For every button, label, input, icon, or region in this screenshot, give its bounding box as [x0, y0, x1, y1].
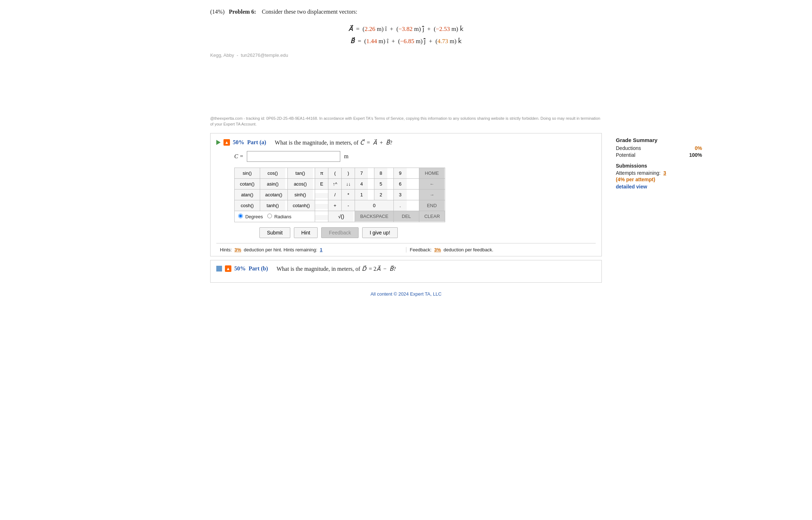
calc-home[interactable]: HOME [419, 168, 444, 178]
calc-backspace-arrow[interactable]: ← [419, 179, 444, 189]
calc-cosh[interactable]: cosh() [235, 200, 260, 211]
part-a-question: What is the magnitude, in meters, of C⃗ … [275, 139, 392, 146]
calc-close-paren[interactable]: ) [342, 168, 355, 178]
vector-B-z: 4.73 [438, 38, 448, 45]
calc-2[interactable]: 2 [374, 190, 387, 200]
radians-radio[interactable] [267, 214, 272, 218]
triangle-green-icon [216, 140, 221, 145]
calc-empty2 [315, 204, 328, 209]
calc-1[interactable]: 1 [355, 190, 368, 200]
footer-text: All content © 2024 Expert TA, LLC [370, 291, 442, 297]
grade-summary-title: Grade Summary [616, 137, 702, 143]
degrees-radians-selector: Degrees Radians [238, 214, 311, 219]
calc-right-arrow[interactable]: → [419, 190, 444, 200]
calc-acotan[interactable]: acotan() [260, 190, 287, 200]
feedback-label: Feedback: [410, 247, 432, 252]
part-a-label: Part (a) [247, 139, 266, 146]
problem-weight: (14%) [210, 9, 225, 15]
calculator-area: sin() cos() tan() π ( ) 7 8 9 HOME cotan… [234, 168, 596, 222]
calc-sqrt[interactable]: √() [328, 211, 354, 222]
unit-label: m [344, 153, 348, 160]
vector-A-y: −3.82 [398, 26, 412, 32]
calc-tan[interactable]: tan() [288, 168, 313, 178]
vector-B-x: 1.44 [366, 38, 377, 45]
user-email: tun26276@temple.edu [241, 53, 288, 58]
submit-button[interactable]: Submit [259, 227, 290, 238]
calc-5[interactable]: 5 [374, 179, 387, 189]
part-b-icon [216, 266, 222, 272]
user-info: Kegg, Abby - tun26276@temple.edu [210, 53, 602, 58]
hints-label: Hints: [220, 247, 232, 252]
calc-minus[interactable]: - [342, 200, 355, 211]
potential-value: 100% [689, 152, 702, 158]
warning-icon: ▲ [223, 139, 230, 146]
hints-deduction-label: deduction per hint. Hints remaining: [244, 247, 318, 252]
calc-cos[interactable]: cos() [260, 168, 285, 178]
radians-label[interactable]: Radians [267, 214, 291, 219]
calc-8[interactable]: 8 [374, 168, 387, 178]
calc-tanh[interactable]: tanh() [260, 200, 285, 211]
calc-empty3 [315, 215, 328, 220]
part-a-header: ▲ 50% Part (a) What is the magnitude, in… [216, 139, 596, 146]
calc-sinh[interactable]: sinh() [288, 190, 313, 200]
calc-divide[interactable]: / [328, 190, 341, 200]
vector-equations: A⃗ = (2.26 m) î + (−3.82 m) ĵ̂ + (−2.53 … [210, 23, 602, 47]
part-a-section: ▲ 50% Part (a) What is the magnitude, in… [210, 133, 602, 256]
degrees-radio[interactable] [238, 214, 243, 218]
hint-button[interactable]: Hint [294, 227, 318, 238]
calc-up-caret[interactable]: ↑^ [328, 179, 341, 189]
part-a-percent: 50% [233, 139, 244, 146]
feedback-deduction: 3% [434, 247, 441, 252]
vector-B-equation: B⃗ = (1.44 m) î + (−6.85 m) ĵ̂ + (4.73 m… [210, 35, 602, 47]
feedback-button[interactable]: Feedback [321, 227, 358, 238]
calc-7[interactable]: 7 [355, 168, 368, 178]
calc-empty1 [315, 193, 328, 198]
calc-multiply[interactable]: * [342, 190, 355, 200]
calc-4[interactable]: 4 [355, 179, 368, 189]
action-buttons: Submit Hint Feedback I give up! [259, 227, 596, 238]
calc-plus[interactable]: + [328, 200, 341, 211]
calc-clear[interactable]: CLEAR [419, 211, 445, 222]
feedback-deduction-label: deduction per feedback. [443, 247, 493, 252]
grade-summary: Grade Summary Deductions 0% Potential 10… [616, 137, 702, 190]
vector-A-z: −2.53 [436, 26, 450, 32]
calc-down-arrow[interactable]: ↓↓ [342, 179, 355, 189]
calc-pi[interactable]: π [315, 168, 328, 178]
calc-dot[interactable]: . [394, 200, 407, 211]
calc-acos[interactable]: acos() [288, 179, 313, 189]
calc-asin[interactable]: asin() [260, 179, 285, 189]
per-attempt-text: (4% per attempt) [616, 177, 702, 182]
problem-description: Consider these two displacement vectors: [262, 9, 357, 15]
calc-9[interactable]: 9 [394, 168, 407, 178]
tracking-info: @theexpertta.com - tracking id: 0P65-2D-… [210, 115, 602, 127]
answer-input[interactable] [247, 151, 340, 162]
hints-feedback-bar: Hints: 3% deduction per hint. Hints rema… [216, 243, 596, 256]
footer: All content © 2024 Expert TA, LLC [210, 286, 602, 300]
calc-atan[interactable]: atan() [235, 190, 260, 200]
calc-del[interactable]: DEL [394, 211, 419, 222]
calc-end[interactable]: END [419, 200, 444, 211]
calc-cotan[interactable]: cotan() [235, 179, 260, 189]
hints-section: Hints: 3% deduction per hint. Hints rema… [216, 247, 406, 252]
calc-3[interactable]: 3 [394, 190, 407, 200]
give-up-button[interactable]: I give up! [362, 227, 398, 238]
calc-6[interactable]: 6 [394, 179, 407, 189]
deductions-value: 0% [695, 145, 702, 151]
calc-open-paren[interactable]: ( [328, 168, 341, 178]
detailed-view-link[interactable]: detailed view [616, 184, 647, 190]
attempts-label: Attempts remaining: [616, 170, 661, 176]
calc-0[interactable]: 0 [355, 200, 393, 211]
input-row: C = m [234, 151, 596, 162]
calc-cotanh[interactable]: cotanh() [288, 200, 315, 211]
calc-sin[interactable]: sin() [235, 168, 260, 178]
calc-backspace-btn[interactable]: BACKSPACE [355, 211, 393, 222]
potential-row: Potential 100% [616, 152, 702, 158]
deductions-label: Deductions [616, 145, 641, 151]
vector-A-x: 2.26 [365, 26, 375, 32]
calc-E[interactable]: E [315, 179, 328, 189]
part-b-header: ▲ 50% Part (b) What is the magnitude, in… [216, 265, 596, 272]
submissions-section: Submissions Attempts remaining: 3 (4% pe… [616, 163, 702, 190]
degrees-label[interactable]: Degrees [238, 214, 263, 219]
deductions-row: Deductions 0% [616, 145, 702, 151]
hints-deduction: 3% [234, 247, 241, 252]
